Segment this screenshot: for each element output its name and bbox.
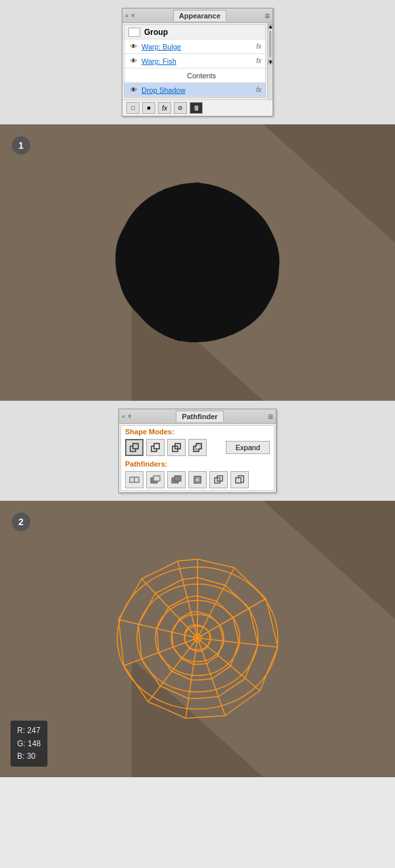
appearance-panel: « × Appearance ≡ Group 👁 — [122, 8, 273, 116]
crop-button[interactable] — [188, 471, 207, 488]
shape-modes-label: Shape Modes: — [121, 426, 274, 437]
pathfinder-tab[interactable]: Pathfinder — [176, 411, 223, 422]
fx-badge-shadow: fx — [256, 86, 261, 93]
pathfinder-content: Shape Modes: Expand Pathfinders: — [120, 425, 275, 491]
svg-line-47 — [118, 620, 198, 638]
pathfinder-titlebar: « × Pathfinder ≡ — [119, 409, 276, 424]
delete-button[interactable]: 🗑 — [190, 102, 203, 114]
warp-fish-label[interactable]: Warp: Fish — [142, 57, 253, 65]
appearance-content: Group 👁 Warp: Bulge fx 👁 Warp: Fish fx — [124, 24, 266, 98]
close-button[interactable]: × — [131, 12, 135, 19]
canvas-area-1: 1 — [0, 124, 395, 401]
intersect-button[interactable] — [167, 439, 186, 456]
fx-badge-fish: fx — [256, 57, 261, 64]
svg-rect-31 — [174, 476, 181, 481]
drop-shadow-label[interactable]: Drop Shadow — [142, 86, 253, 94]
minus-back-button[interactable] — [230, 471, 249, 488]
svg-rect-17 — [133, 444, 138, 449]
fx-badge-bulge: fx — [256, 43, 261, 50]
pathfinder-controls: « × — [122, 413, 132, 420]
panel-menu-icon[interactable]: ≡ — [265, 11, 270, 21]
svg-rect-37 — [236, 478, 241, 483]
fx-button[interactable]: fx — [158, 102, 171, 114]
scrollbar[interactable]: ▲ ▼ — [267, 23, 273, 99]
exclude-button[interactable] — [188, 439, 207, 456]
pathfinder-close[interactable]: × — [128, 413, 132, 420]
trim-button[interactable] — [146, 471, 165, 488]
spiderweb-svg-1 — [99, 173, 296, 351]
pathfinder-collapse[interactable]: « — [122, 413, 125, 420]
eye-icon-shadow[interactable]: 👁 — [128, 86, 139, 94]
panel-tab[interactable]: Appearance — [173, 10, 226, 21]
panel-main: Group 👁 Warp: Bulge fx 👁 Warp: Fish fx — [122, 23, 267, 99]
divide-button[interactable] — [125, 471, 144, 488]
pathfinders-label: Pathfinders: — [121, 458, 274, 469]
panel-content-wrap: Group 👁 Warp: Bulge fx 👁 Warp: Fish fx — [122, 23, 273, 99]
expand-button[interactable]: Expand — [226, 441, 270, 454]
titlebar-controls: « × — [125, 12, 135, 19]
eye-icon-bulge[interactable]: 👁 — [128, 43, 139, 51]
step-number-2: 2 — [12, 513, 30, 531]
pathfinder-panel: « × Pathfinder ≡ Shape Modes: — [118, 409, 276, 493]
appearance-panel-section: « × Appearance ≡ Group 👁 — [0, 0, 395, 124]
group-label: Group — [144, 28, 261, 37]
b-value: B: 30 — [17, 750, 41, 763]
pathfinders-row — [121, 469, 274, 490]
svg-rect-19 — [154, 444, 159, 449]
step-number-1: 1 — [12, 136, 30, 155]
shape-modes-row: Expand — [121, 437, 274, 458]
spiderweb-1 — [99, 173, 296, 353]
svg-rect-29 — [153, 476, 160, 481]
svg-rect-33 — [196, 478, 199, 482]
outline-button[interactable] — [209, 471, 228, 488]
minus-front-button[interactable] — [146, 439, 165, 456]
canvas-area-2: 2 — [0, 501, 395, 777]
warp-bulge-row: 👁 Warp: Bulge fx — [124, 39, 265, 54]
warp-bulge-label[interactable]: Warp: Bulge — [142, 43, 253, 51]
collapse-arrows[interactable]: « — [125, 13, 128, 19]
group-swatch — [128, 28, 140, 37]
unite-button[interactable] — [125, 439, 144, 456]
spiderweb-2 — [99, 549, 296, 729]
g-value: G: 148 — [17, 738, 41, 750]
spiderweb-svg-2 — [99, 549, 296, 727]
add-fill-button[interactable]: ■ — [142, 102, 155, 114]
pathfinder-menu[interactable]: ≡ — [268, 411, 273, 422]
svg-rect-25 — [196, 446, 199, 449]
r-value: R: 247 — [17, 725, 41, 737]
warp-fish-row: 👁 Warp: Fish fx — [124, 54, 265, 68]
clear-button[interactable]: ⊘ — [174, 102, 187, 114]
eye-icon-fish[interactable]: 👁 — [128, 57, 139, 65]
appearance-titlebar: « × Appearance ≡ — [122, 9, 273, 23]
appearance-footer: □ ■ fx ⊘ 🗑 — [122, 99, 273, 116]
contents-row: Contents — [124, 68, 265, 83]
group-row: Group — [124, 25, 265, 39]
merge-button[interactable] — [167, 471, 186, 488]
add-stroke-button[interactable]: □ — [126, 102, 140, 114]
drop-shadow-row[interactable]: 👁 Drop Shadow fx — [124, 83, 265, 97]
color-readout: R: 247 G: 148 B: 30 — [11, 721, 47, 767]
svg-rect-22 — [175, 446, 178, 449]
scroll-thumb[interactable] — [269, 31, 271, 57]
contents-eye-spacer — [128, 72, 139, 80]
pathfinder-panel-section: « × Pathfinder ≡ Shape Modes: — [0, 401, 395, 501]
contents-label: Contents — [142, 72, 261, 80]
